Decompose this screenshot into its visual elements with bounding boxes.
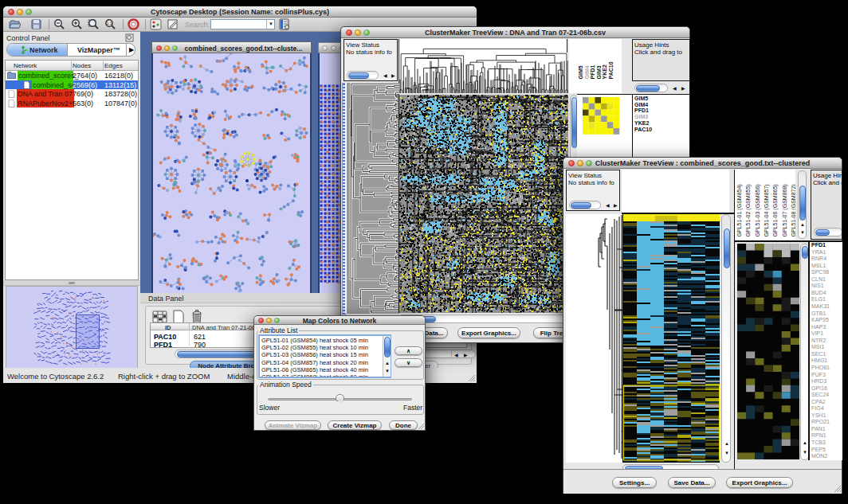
svg-text:1:1: 1:1 [107, 21, 112, 25]
